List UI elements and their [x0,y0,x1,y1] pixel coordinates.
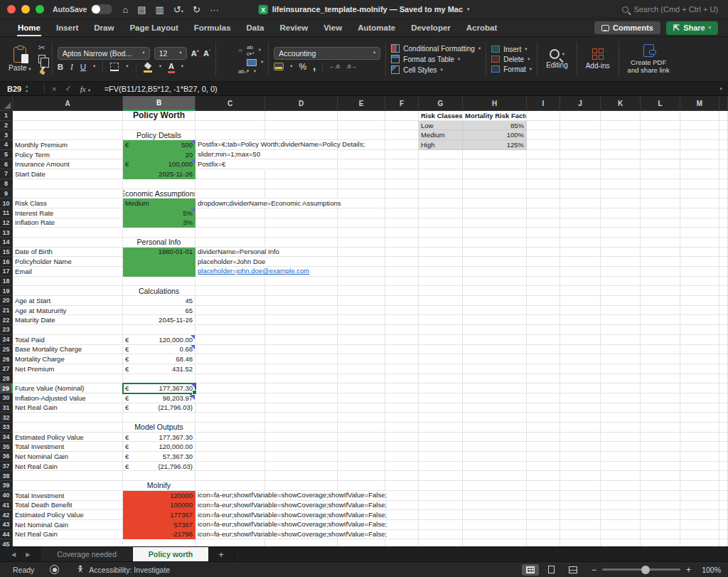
cell-I23[interactable] [527,325,560,335]
cell-E20[interactable] [338,296,385,306]
cell-F7[interactable] [385,169,419,179]
cell-C27[interactable] [196,364,265,374]
cell-G26[interactable] [419,354,463,364]
cell-D25[interactable] [265,345,338,355]
cell-B33[interactable]: Model Outputs [123,423,196,433]
tab-home[interactable]: Home [10,21,48,36]
cell-F31[interactable] [385,403,419,413]
cell-M23[interactable] [680,325,719,335]
cell-X17[interactable] [719,267,728,277]
cell-A23[interactable] [13,325,123,335]
cell-F4[interactable] [385,140,419,150]
cell-L31[interactable] [641,403,680,413]
cell-I4[interactable] [527,140,560,150]
cell-H41[interactable] [463,501,527,511]
cell-L38[interactable] [641,471,680,481]
cell-L44[interactable] [641,530,680,540]
cell-A22[interactable]: Maturity Date [13,315,123,325]
cell-A7[interactable]: Start Date [13,169,123,179]
cell-L11[interactable] [641,208,680,218]
cell-B43[interactable]: 57367 [123,520,196,530]
row-header-3[interactable]: 3 [0,130,13,140]
row-header-18[interactable]: 18 [0,277,13,287]
cell-X7[interactable] [719,169,728,179]
cell-J10[interactable] [560,198,601,208]
cell-I41[interactable] [527,501,560,511]
tab-draw[interactable]: Draw [86,21,122,36]
cell-X4[interactable] [719,140,728,150]
cell-G12[interactable] [419,218,463,228]
cell-B20[interactable]: 45 [123,296,196,306]
cell-E14[interactable] [338,238,385,248]
row-header-41[interactable]: 41 [0,501,13,511]
cell-B8[interactable] [123,179,196,189]
underline-button[interactable]: U [80,63,86,71]
cell-G5[interactable] [419,150,463,160]
cell-L27[interactable] [641,364,680,374]
cell-C35[interactable] [196,442,265,452]
cell-D33[interactable] [265,423,338,433]
cell-F11[interactable] [385,208,419,218]
cell-X40[interactable] [719,491,728,501]
row-header-42[interactable]: 42 [0,510,13,520]
cell-H31[interactable] [463,403,527,413]
cell-K24[interactable] [601,335,641,345]
cell-C44[interactable]: icon=fa-eur;showIfVariable=showCoverage;… [196,530,265,540]
cell-A34[interactable]: Estimated Policy Value [13,433,123,443]
cell-C42[interactable]: icon=fa-eur;showIfVariable=showCoverage;… [196,510,265,520]
cell-A37[interactable]: Net Real Gain [13,462,123,472]
copy-icon[interactable] [38,55,46,63]
cell-I18[interactable] [527,277,560,287]
cell-H29[interactable] [463,383,527,393]
cell-I34[interactable] [527,433,560,443]
cell-M42[interactable] [680,510,719,520]
tab-review[interactable]: Review [272,21,316,36]
cell-H37[interactable] [463,462,527,472]
cell-A41[interactable]: Total Death Benefit [13,501,123,511]
cell-I45[interactable] [527,539,560,546]
cell-H17[interactable] [463,267,527,277]
cell-K23[interactable] [601,325,641,335]
cell-G34[interactable] [419,433,463,443]
cell-I44[interactable] [527,530,560,540]
cell-F9[interactable] [385,189,419,199]
row-header-32[interactable]: 32 [0,413,13,423]
cell-F14[interactable] [385,238,419,248]
cell-H35[interactable] [463,442,527,452]
cell-M40[interactable] [680,491,719,501]
font-name-select[interactable]: Aptos Narrow (Bod...▾ [58,47,150,60]
cell-K35[interactable] [601,442,641,452]
row-header-28[interactable]: 28 [0,374,13,384]
cell-G13[interactable] [419,228,463,238]
row-header-34[interactable]: 34 [0,433,13,443]
cell-L28[interactable] [641,374,680,384]
cell-H4[interactable]: 125% [463,140,527,150]
cell-G8[interactable] [419,179,463,189]
cell-B35[interactable]: €120,000.00 [123,442,196,452]
cell-L42[interactable] [641,510,680,520]
sheet-tab-policy-worth[interactable]: Policy worth [133,547,208,561]
cell-M16[interactable] [680,257,719,267]
cell-K14[interactable] [601,238,641,248]
cell-B16[interactable] [123,257,196,267]
increase-font-icon[interactable]: A^ [191,49,199,58]
align-bottom-icon[interactable] [238,49,242,52]
page-layout-view-button[interactable] [543,564,560,576]
cell-H26[interactable] [463,354,527,364]
cell-G9[interactable] [419,189,463,199]
cell-F19[interactable] [385,286,419,296]
cell-L12[interactable] [641,218,680,228]
cell-H6[interactable] [463,159,527,169]
cell-D5[interactable] [265,150,338,160]
cell-F39[interactable] [385,481,419,491]
cell-A8[interactable] [13,179,123,189]
cell-G29[interactable] [419,383,463,393]
cell-G15[interactable] [419,248,463,258]
cell-L16[interactable] [641,257,680,267]
cell-F18[interactable] [385,277,419,287]
cell-A29[interactable]: Future Value (Nominal) [13,383,123,393]
decrease-decimal-icon[interactable]: .0→ [346,63,357,70]
cell-M36[interactable] [680,452,719,462]
cell-I35[interactable] [527,442,560,452]
cell-J35[interactable] [560,442,601,452]
